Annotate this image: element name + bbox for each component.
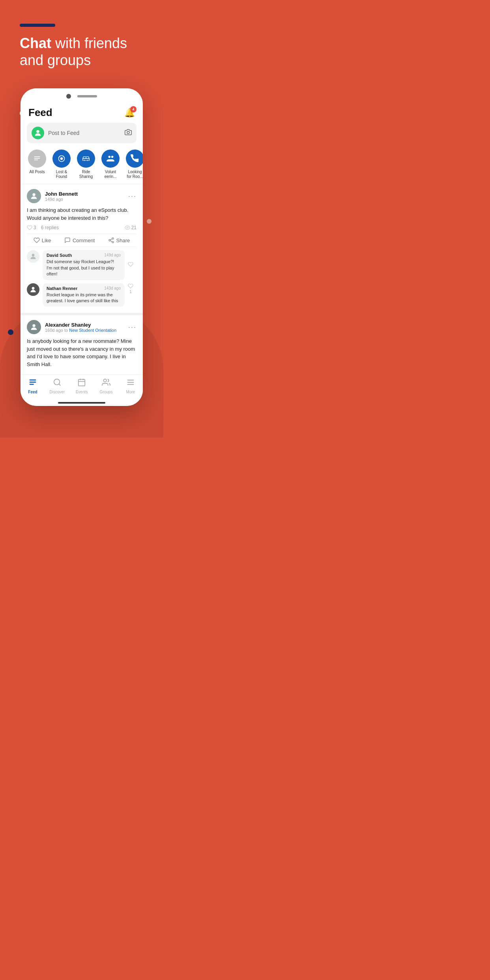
svg-rect-25 bbox=[30, 384, 34, 385]
comment1-avatar bbox=[27, 250, 39, 263]
comment2-body: Nathan Renner 143d ago Rocket league in … bbox=[43, 283, 125, 307]
svg-point-14 bbox=[127, 227, 128, 229]
post1-user-info: John Bennett 149d ago bbox=[45, 191, 124, 202]
more-nav-icon bbox=[126, 378, 135, 389]
category-label-all-posts: All Posts bbox=[30, 170, 45, 174]
hero-bar bbox=[20, 24, 55, 27]
category-label-volunteering: Volunt eerin... bbox=[105, 170, 117, 179]
nav-events[interactable]: Events bbox=[72, 378, 92, 394]
post1-views: 21 bbox=[125, 225, 137, 230]
phone-camera bbox=[66, 94, 71, 99]
comment1-like-icon[interactable] bbox=[128, 262, 133, 269]
bottom-nav: Feed Discover Events bbox=[21, 374, 143, 400]
post1-avatar bbox=[27, 189, 41, 203]
post1-likes: 3 bbox=[27, 225, 36, 230]
ride-sharing-icon bbox=[77, 150, 95, 168]
all-posts-icon bbox=[28, 150, 46, 168]
comment2-like-count[interactable]: 1 bbox=[128, 283, 133, 294]
svg-rect-27 bbox=[79, 380, 85, 386]
category-volunteering[interactable]: Volunt eerin... bbox=[100, 150, 121, 179]
svg-rect-2 bbox=[34, 157, 40, 157]
hero-title: Chat with friends and groups bbox=[20, 35, 144, 69]
phone-top-bar bbox=[21, 88, 143, 102]
post2-user-info: Alexander Shanley 160d ago to New Studen… bbox=[45, 322, 124, 333]
nav-events-label: Events bbox=[76, 390, 88, 394]
looking-roommate-icon bbox=[126, 150, 143, 168]
hero-section: Chat with friends and groups bbox=[0, 0, 163, 77]
nav-groups[interactable]: Groups bbox=[96, 378, 116, 394]
svg-point-8 bbox=[87, 160, 88, 161]
discover-nav-icon bbox=[53, 378, 62, 389]
post2-text: Is anybody looking for a new roommate? M… bbox=[27, 337, 137, 368]
post1-stats: 3 6 replies 21 bbox=[27, 225, 137, 230]
camera-icon[interactable] bbox=[125, 129, 132, 137]
post2-more-menu[interactable]: ··· bbox=[128, 323, 137, 331]
phone-mockup: Feed 🔔 4 Post to Feed bbox=[0, 88, 163, 438]
category-label-ride-sharing: Ride Sharing bbox=[79, 170, 93, 179]
comment1-name: David South bbox=[47, 253, 72, 258]
nav-discover-label: Discover bbox=[50, 390, 65, 394]
svg-rect-3 bbox=[34, 158, 40, 159]
comment1-time: 149d ago bbox=[104, 253, 121, 258]
svg-point-6 bbox=[60, 157, 63, 160]
current-user-avatar bbox=[32, 127, 44, 139]
comment2-name: Nathan Renner bbox=[47, 286, 77, 291]
svg-point-21 bbox=[32, 287, 35, 290]
events-nav-icon bbox=[77, 378, 86, 389]
svg-point-31 bbox=[104, 379, 107, 382]
category-lost-found[interactable]: Lost & Found bbox=[51, 150, 72, 179]
phone-frame: Feed 🔔 4 Post to Feed bbox=[21, 88, 143, 406]
svg-point-7 bbox=[84, 160, 85, 161]
app-content: Feed 🔔 4 Post to Feed bbox=[21, 102, 143, 404]
comment2-text: Rocket league in its prime was the great… bbox=[47, 292, 121, 304]
like-button[interactable]: Like bbox=[34, 237, 51, 243]
nav-feed-label: Feed bbox=[28, 390, 37, 394]
groups-nav-icon bbox=[102, 378, 110, 389]
post-to-feed-bar[interactable]: Post to Feed bbox=[27, 123, 137, 143]
post2-time: 160d ago to New Student Orientation bbox=[45, 328, 124, 333]
svg-point-16 bbox=[109, 239, 110, 241]
comment2-time: 143d ago bbox=[104, 286, 121, 291]
svg-point-10 bbox=[111, 156, 114, 158]
post-placeholder-text: Post to Feed bbox=[48, 130, 121, 136]
svg-rect-4 bbox=[34, 160, 38, 161]
post1-actions: Like Comment Share bbox=[27, 234, 137, 247]
post2-avatar bbox=[27, 320, 41, 334]
post1-more-menu[interactable]: ··· bbox=[128, 192, 137, 200]
post1-time: 149d ago bbox=[45, 197, 124, 202]
post2-user-row: Alexander Shanley 160d ago to New Studen… bbox=[27, 320, 137, 334]
svg-point-13 bbox=[32, 193, 35, 196]
comment1-text: Did someone say Rocket League?! I'm not … bbox=[47, 259, 121, 277]
lost-found-icon bbox=[52, 150, 71, 168]
svg-point-1 bbox=[127, 131, 129, 134]
comment-button[interactable]: Comment bbox=[64, 237, 95, 243]
post1-text: I am thinking about creating an eSports … bbox=[27, 206, 137, 222]
nav-feed[interactable]: Feed bbox=[23, 378, 43, 394]
comment-1: David South 149d ago Did someone say Roc… bbox=[27, 250, 137, 280]
svg-line-18 bbox=[110, 241, 112, 242]
comment-2: Nathan Renner 143d ago Rocket league in … bbox=[27, 283, 137, 307]
home-indicator bbox=[58, 402, 105, 404]
svg-point-17 bbox=[112, 241, 114, 243]
category-label-looking-roommate: Looking for Roo... bbox=[127, 170, 143, 179]
comment1-body: David South 149d ago Did someone say Roc… bbox=[43, 250, 125, 280]
notification-bell-wrap[interactable]: 🔔 4 bbox=[124, 108, 135, 118]
nav-groups-label: Groups bbox=[100, 390, 113, 394]
comment1-header: David South 149d ago bbox=[47, 253, 121, 258]
post1-user-row: John Bennett 149d ago ··· bbox=[27, 189, 137, 203]
feed-title: Feed bbox=[28, 107, 52, 119]
category-ride-sharing[interactable]: Ride Sharing bbox=[76, 150, 96, 179]
nav-more[interactable]: More bbox=[121, 378, 140, 394]
category-all-posts[interactable]: All Posts bbox=[27, 150, 47, 179]
category-looking-roommate[interactable]: Looking for Roo... bbox=[125, 150, 143, 179]
nav-more-label: More bbox=[126, 390, 135, 394]
svg-point-20 bbox=[32, 254, 35, 257]
category-label-lost-found: Lost & Found bbox=[56, 170, 67, 179]
svg-line-19 bbox=[110, 239, 112, 240]
nav-discover[interactable]: Discover bbox=[47, 378, 67, 394]
feed-nav-icon bbox=[28, 378, 37, 389]
share-button[interactable]: Share bbox=[108, 237, 130, 243]
phone-speaker bbox=[77, 95, 97, 97]
comment2-avatar bbox=[27, 283, 39, 296]
notification-badge: 4 bbox=[130, 106, 137, 112]
